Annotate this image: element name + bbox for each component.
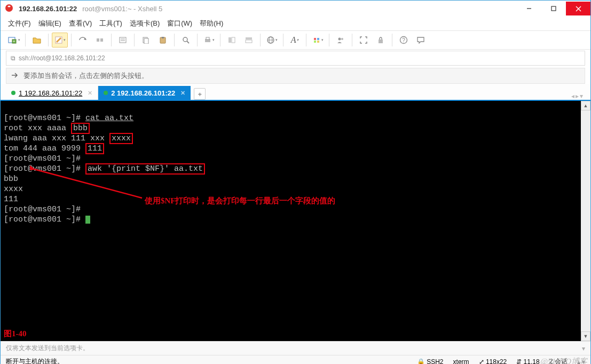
status-ssh: 🔒 SSH2 xyxy=(417,358,444,365)
addressbar[interactable]: ⧉ ssh://root@192.168.26.101:22 xyxy=(6,51,585,66)
menu-window[interactable]: 窗口(W) xyxy=(167,19,192,28)
arrow-add-icon[interactable] xyxy=(11,72,19,81)
addressbar-icon: ⧉ xyxy=(11,54,15,62)
pos-icon: ⇵ xyxy=(516,358,522,365)
tab-label: 2 192.168.26.101:22 xyxy=(111,89,175,97)
svg-rect-10 xyxy=(100,38,103,42)
annotation-text: 使用$NF打印时，是会打印每一行最后一个字段的值的 xyxy=(145,196,336,206)
svg-rect-23 xyxy=(232,37,235,43)
status-connection: 断开与主机的连接。 xyxy=(6,357,64,364)
svg-point-18 xyxy=(183,37,187,42)
properties-button[interactable] xyxy=(115,33,131,48)
print-button[interactable]: ▾ xyxy=(201,33,217,48)
send-bar-menu-icon[interactable]: ▾ xyxy=(582,345,585,352)
font-button[interactable]: A▾ xyxy=(287,33,303,48)
svg-rect-17 xyxy=(162,37,164,38)
help-button[interactable]: ? xyxy=(396,33,412,48)
tab-next-icon[interactable]: ▸ xyxy=(576,92,579,100)
find-button[interactable] xyxy=(178,33,194,48)
color-button[interactable]: ▾ xyxy=(310,33,326,48)
status-dot-icon xyxy=(11,91,15,95)
addressbar-url: ssh://root@192.168.26.101:22 xyxy=(19,54,105,62)
new-session-button[interactable]: +▾ xyxy=(6,33,22,48)
send-bar-text: 仅将文本发送到当前选项卡。 xyxy=(6,344,89,353)
svg-rect-30 xyxy=(317,38,319,40)
highlight-box: xxxx xyxy=(109,133,133,144)
app-icon xyxy=(5,4,13,14)
menu-tabs[interactable]: 选项卡(B) xyxy=(130,19,160,28)
tab-label: 1 192.168.26.101:22 xyxy=(19,89,82,97)
copy-button[interactable] xyxy=(138,33,154,48)
open-button[interactable] xyxy=(29,33,45,48)
menu-edit[interactable]: 编辑(E) xyxy=(38,19,61,28)
svg-rect-2 xyxy=(551,6,556,11)
menu-file[interactable]: 文件(F) xyxy=(8,19,31,28)
paste-button[interactable] xyxy=(155,33,171,48)
toolbar: +▾ ▾ ▾ ▾ A▾ ▾ ? xyxy=(1,30,590,50)
svg-rect-31 xyxy=(314,41,316,43)
hint-text: 要添加当前会话，点击左侧的箭头按钮。 xyxy=(23,71,148,81)
svg-rect-9 xyxy=(97,38,99,42)
scroll-down-icon[interactable]: ▼ xyxy=(581,331,590,341)
lock-button[interactable] xyxy=(373,33,389,48)
comment-button[interactable] xyxy=(413,33,429,48)
minimize-button[interactable] xyxy=(517,2,541,15)
close-button[interactable] xyxy=(566,2,590,15)
svg-line-19 xyxy=(187,41,189,43)
titlebar: 192.168.26.101:22 root@vms001:~ - Xshell… xyxy=(1,1,590,17)
tab-close-icon[interactable]: ✕ xyxy=(180,90,185,97)
menu-view[interactable]: 查看(V) xyxy=(69,19,92,28)
svg-rect-25 xyxy=(246,40,252,43)
svg-rect-32 xyxy=(317,41,319,43)
tab-1[interactable]: 1 192.168.26.101:22 ✕ xyxy=(6,86,98,100)
tab-close-icon[interactable]: ✕ xyxy=(88,90,92,97)
svg-rect-22 xyxy=(228,37,231,43)
compose-button[interactable]: ▾ xyxy=(52,33,68,48)
svg-rect-11 xyxy=(120,37,126,43)
highlight-box: bbb xyxy=(71,123,90,134)
tab-bar: 1 192.168.26.101:22 ✕ 2 192.168.26.101:2… xyxy=(1,84,590,101)
panel1-button[interactable] xyxy=(224,33,240,48)
fullscreen-button[interactable] xyxy=(356,33,372,48)
tab-menu-icon[interactable]: ▾ xyxy=(580,92,583,100)
app-window: 192.168.26.101:22 root@vms001:~ - Xshell… xyxy=(0,0,591,364)
svg-rect-21 xyxy=(206,37,209,39)
panel2-button[interactable] xyxy=(241,33,257,48)
svg-text:?: ? xyxy=(402,37,405,43)
menu-help[interactable]: 帮助(H) xyxy=(200,19,223,28)
cursor xyxy=(85,216,90,224)
highlight-box: 111 xyxy=(85,143,104,154)
window-title: 192.168.26.101:22 xyxy=(19,5,77,13)
status-term: xterm xyxy=(453,358,469,365)
globe-button[interactable]: ▾ xyxy=(264,33,280,48)
lock-icon: 🔒 xyxy=(417,358,425,365)
status-nav[interactable]: ▴ ▾ xyxy=(577,358,585,365)
svg-text:+: + xyxy=(12,39,15,44)
status-cursor-pos: ⇵ 11,18 xyxy=(516,358,539,365)
svg-rect-15 xyxy=(144,38,148,44)
svg-rect-35 xyxy=(379,39,383,43)
window-subtitle: root@vms001:~ - Xshell 5 xyxy=(82,5,162,13)
send-bar[interactable]: 仅将文本发送到当前选项卡。 ▾ xyxy=(1,341,590,355)
users-button[interactable] xyxy=(333,33,349,48)
svg-point-34 xyxy=(341,38,343,40)
menu-tools[interactable]: 工具(T) xyxy=(99,19,122,28)
hint-bar: 要添加当前会话，点击左侧的箭头按钮。 xyxy=(6,68,585,84)
scroll-up-icon[interactable]: ▲ xyxy=(581,101,590,110)
size-icon: ⤢ xyxy=(479,358,484,365)
tab-prev-icon[interactable]: ◂ xyxy=(571,92,574,100)
terminal-area[interactable]: [root@vms001 ~]# cat aa.txt root xxx aaa… xyxy=(1,101,590,341)
highlight-box: awk '{print $NF}' aa.txt xyxy=(85,163,205,175)
terminal-output[interactable]: [root@vms001 ~]# cat aa.txt root xxx aaa… xyxy=(1,101,590,227)
maximize-button[interactable] xyxy=(541,2,566,15)
figure-label: 图1-40 xyxy=(4,329,27,339)
statusbar: 断开与主机的连接。 🔒 SSH2 xterm ⤢ 118x22 ⇵ 11,18 … xyxy=(1,355,590,364)
reconnect-button[interactable] xyxy=(75,33,91,48)
tab-add-button[interactable]: + xyxy=(194,88,206,100)
disconnect-button[interactable] xyxy=(92,33,108,48)
svg-point-33 xyxy=(338,38,341,41)
tab-2[interactable]: 2 192.168.26.101:22 ✕ xyxy=(98,86,191,100)
tab-nav: ◂ ▸ ▾ xyxy=(571,92,585,100)
status-sessions: 2 会话 xyxy=(549,357,568,364)
scrollbar[interactable]: ▲ ▼ xyxy=(581,101,590,341)
